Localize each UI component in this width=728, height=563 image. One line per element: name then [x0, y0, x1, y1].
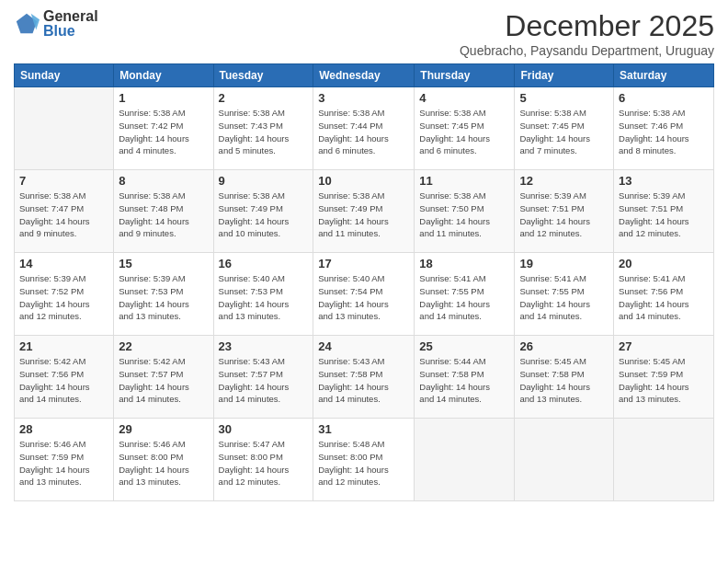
day-cell-w1-d2: 1Sunrise: 5:38 AM Sunset: 7:42 PM Daylig… [114, 87, 213, 170]
day-cell-w4-d2: 22Sunrise: 5:42 AM Sunset: 7:57 PM Dayli… [114, 336, 213, 419]
day-number: 29 [119, 422, 208, 436]
day-cell-w4-d3: 23Sunrise: 5:43 AM Sunset: 7:57 PM Dayli… [213, 336, 313, 419]
day-info: Sunrise: 5:38 AM Sunset: 7:49 PM Dayligh… [219, 190, 309, 240]
day-cell-w2-d1: 7Sunrise: 5:38 AM Sunset: 7:47 PM Daylig… [15, 170, 114, 253]
day-info: Sunrise: 5:38 AM Sunset: 7:50 PM Dayligh… [419, 190, 509, 240]
day-cell-w5-d4: 31Sunrise: 5:48 AM Sunset: 8:00 PM Dayli… [313, 419, 415, 501]
day-cell-w4-d1: 21Sunrise: 5:42 AM Sunset: 7:56 PM Dayli… [15, 336, 114, 419]
week-row-5: 28Sunrise: 5:46 AM Sunset: 7:59 PM Dayli… [15, 419, 714, 501]
day-number: 30 [219, 422, 309, 436]
day-info: Sunrise: 5:39 AM Sunset: 7:52 PM Dayligh… [19, 272, 108, 323]
day-cell-w5-d1: 28Sunrise: 5:46 AM Sunset: 7:59 PM Dayli… [15, 419, 114, 501]
day-number: 26 [519, 339, 609, 353]
day-number: 9 [219, 174, 309, 188]
day-cell-w2-d3: 9Sunrise: 5:38 AM Sunset: 7:49 PM Daylig… [213, 170, 313, 253]
day-number: 10 [318, 174, 409, 188]
day-info: Sunrise: 5:38 AM Sunset: 7:44 PM Dayligh… [318, 107, 409, 157]
logo: General Blue [14, 9, 98, 39]
day-info: Sunrise: 5:39 AM Sunset: 7:51 PM Dayligh… [619, 190, 709, 240]
page: General Blue December 2025 Quebracho, Pa… [0, 0, 728, 563]
day-number: 18 [419, 257, 509, 270]
day-info: Sunrise: 5:41 AM Sunset: 7:55 PM Dayligh… [419, 272, 509, 323]
day-info: Sunrise: 5:38 AM Sunset: 7:42 PM Dayligh… [119, 107, 208, 157]
logo-general-text: General [43, 9, 98, 24]
day-info: Sunrise: 5:39 AM Sunset: 7:53 PM Dayligh… [119, 272, 208, 323]
day-number: 28 [19, 422, 108, 436]
day-info: Sunrise: 5:48 AM Sunset: 8:00 PM Dayligh… [318, 438, 409, 488]
day-cell-w1-d5: 4Sunrise: 5:38 AM Sunset: 7:45 PM Daylig… [415, 87, 515, 170]
day-info: Sunrise: 5:43 AM Sunset: 7:58 PM Dayligh… [318, 355, 409, 406]
day-info: Sunrise: 5:38 AM Sunset: 7:47 PM Dayligh… [19, 190, 108, 240]
day-cell-w4-d6: 26Sunrise: 5:45 AM Sunset: 7:58 PM Dayli… [515, 336, 614, 419]
day-number: 27 [619, 339, 709, 353]
day-number: 17 [318, 257, 409, 270]
day-number: 1 [119, 91, 208, 105]
week-row-1: 1Sunrise: 5:38 AM Sunset: 7:42 PM Daylig… [15, 87, 714, 170]
day-number: 7 [19, 174, 108, 188]
day-cell-w2-d4: 10Sunrise: 5:38 AM Sunset: 7:49 PM Dayli… [313, 170, 415, 253]
day-info: Sunrise: 5:38 AM Sunset: 7:45 PM Dayligh… [419, 107, 509, 157]
day-info: Sunrise: 5:39 AM Sunset: 7:51 PM Dayligh… [519, 190, 609, 240]
header-friday: Friday [515, 64, 614, 87]
header: General Blue December 2025 Quebracho, Pa… [14, 9, 714, 58]
day-cell-w3-d2: 15Sunrise: 5:39 AM Sunset: 7:53 PM Dayli… [114, 253, 213, 336]
day-info: Sunrise: 5:43 AM Sunset: 7:57 PM Dayligh… [219, 355, 309, 406]
logo-icon [14, 11, 40, 37]
day-cell-w5-d3: 30Sunrise: 5:47 AM Sunset: 8:00 PM Dayli… [213, 419, 313, 501]
day-cell-w1-d6: 5Sunrise: 5:38 AM Sunset: 7:45 PM Daylig… [515, 87, 614, 170]
day-info: Sunrise: 5:46 AM Sunset: 7:59 PM Dayligh… [19, 438, 108, 488]
day-number: 2 [219, 91, 309, 105]
day-info: Sunrise: 5:46 AM Sunset: 8:00 PM Dayligh… [119, 438, 208, 488]
day-cell-w3-d5: 18Sunrise: 5:41 AM Sunset: 7:55 PM Dayli… [415, 253, 515, 336]
day-cell-w2-d7: 13Sunrise: 5:39 AM Sunset: 7:51 PM Dayli… [614, 170, 714, 253]
header-thursday: Thursday [415, 64, 515, 87]
day-info: Sunrise: 5:41 AM Sunset: 7:55 PM Dayligh… [519, 272, 609, 323]
day-number: 11 [419, 174, 509, 188]
day-number: 13 [619, 174, 709, 188]
header-monday: Monday [114, 64, 213, 87]
day-number: 21 [19, 339, 108, 353]
day-info: Sunrise: 5:38 AM Sunset: 7:49 PM Dayligh… [318, 190, 409, 240]
calendar-table: Sunday Monday Tuesday Wednesday Thursday… [14, 63, 714, 501]
day-cell-w5-d2: 29Sunrise: 5:46 AM Sunset: 8:00 PM Dayli… [114, 419, 213, 501]
day-number: 5 [519, 91, 609, 105]
day-info: Sunrise: 5:42 AM Sunset: 7:56 PM Dayligh… [19, 355, 108, 406]
day-cell-w3-d6: 19Sunrise: 5:41 AM Sunset: 7:55 PM Dayli… [515, 253, 614, 336]
day-number: 3 [318, 91, 409, 105]
header-sunday: Sunday [15, 64, 114, 87]
day-number: 24 [318, 339, 409, 353]
day-info: Sunrise: 5:40 AM Sunset: 7:54 PM Dayligh… [318, 272, 409, 323]
month-title: December 2025 [460, 9, 714, 43]
day-info: Sunrise: 5:38 AM Sunset: 7:48 PM Dayligh… [119, 190, 208, 240]
header-saturday: Saturday [614, 64, 714, 87]
day-info: Sunrise: 5:45 AM Sunset: 7:58 PM Dayligh… [519, 355, 609, 406]
header-wednesday: Wednesday [313, 64, 415, 87]
header-tuesday: Tuesday [213, 64, 313, 87]
day-cell-w5-d5 [415, 419, 515, 501]
day-info: Sunrise: 5:40 AM Sunset: 7:53 PM Dayligh… [219, 272, 309, 323]
day-cell-w5-d7 [614, 419, 714, 501]
day-cell-w1-d3: 2Sunrise: 5:38 AM Sunset: 7:43 PM Daylig… [213, 87, 313, 170]
day-info: Sunrise: 5:47 AM Sunset: 8:00 PM Dayligh… [219, 438, 309, 488]
day-cell-w5-d6 [515, 419, 614, 501]
day-number: 20 [619, 257, 709, 270]
day-info: Sunrise: 5:45 AM Sunset: 7:59 PM Dayligh… [619, 355, 709, 406]
day-cell-w2-d5: 11Sunrise: 5:38 AM Sunset: 7:50 PM Dayli… [415, 170, 515, 253]
week-row-2: 7Sunrise: 5:38 AM Sunset: 7:47 PM Daylig… [15, 170, 714, 253]
week-row-4: 21Sunrise: 5:42 AM Sunset: 7:56 PM Dayli… [15, 336, 714, 419]
day-cell-w1-d7: 6Sunrise: 5:38 AM Sunset: 7:46 PM Daylig… [614, 87, 714, 170]
day-info: Sunrise: 5:42 AM Sunset: 7:57 PM Dayligh… [119, 355, 208, 406]
day-number: 15 [119, 257, 208, 270]
day-info: Sunrise: 5:41 AM Sunset: 7:56 PM Dayligh… [619, 272, 709, 323]
week-row-3: 14Sunrise: 5:39 AM Sunset: 7:52 PM Dayli… [15, 253, 714, 336]
day-cell-w1-d1 [15, 87, 114, 170]
day-cell-w2-d2: 8Sunrise: 5:38 AM Sunset: 7:48 PM Daylig… [114, 170, 213, 253]
day-number: 8 [119, 174, 208, 188]
day-cell-w4-d5: 25Sunrise: 5:44 AM Sunset: 7:58 PM Dayli… [415, 336, 515, 419]
day-cell-w3-d4: 17Sunrise: 5:40 AM Sunset: 7:54 PM Dayli… [313, 253, 415, 336]
day-number: 16 [219, 257, 309, 270]
day-cell-w4-d4: 24Sunrise: 5:43 AM Sunset: 7:58 PM Dayli… [313, 336, 415, 419]
day-number: 14 [19, 257, 108, 270]
day-number: 6 [619, 91, 709, 105]
day-number: 31 [318, 422, 409, 436]
